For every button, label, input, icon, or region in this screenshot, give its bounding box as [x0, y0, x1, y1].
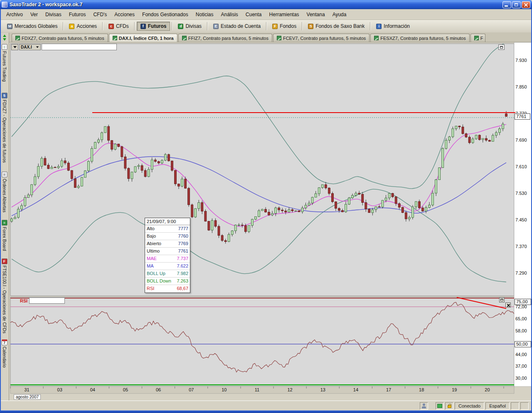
- minimize-button[interactable]: [502, 1, 511, 8]
- tooltip-row: BOLL Down7.263: [145, 278, 190, 285]
- app-icon: [2, 2, 7, 7]
- security-panel[interactable]: [445, 402, 453, 410]
- rsi-axis-label: 44,00: [515, 352, 527, 357]
- toolbar-button-futuros[interactable]: fFuturos: [137, 22, 170, 31]
- x-axis-label: 31: [24, 387, 29, 392]
- tooltip-row-label: MA: [147, 263, 154, 269]
- sidebar-item-forex-board[interactable]: ≡Forex Board: [2, 220, 7, 251]
- x-axis-label: 20: [485, 387, 490, 392]
- chevron-down-icon: [36, 47, 39, 48]
- menu-item-cfd-s[interactable]: CFD's: [89, 10, 111, 19]
- price-axis-label: 7.370: [515, 244, 527, 249]
- chart-dropdown-button[interactable]: [11, 44, 18, 50]
- menu-item-fondos-gestionados[interactable]: Fondos Gestionados: [138, 10, 192, 19]
- chart-tab-icon: [15, 36, 20, 40]
- x-axis-label: 04: [90, 387, 95, 392]
- restore-button[interactable]: [512, 1, 521, 8]
- toolbar-button-cfds[interactable]: cCFDs: [105, 22, 133, 31]
- sidebar-item-label: Futures Trading: [2, 51, 7, 82]
- rsi-axis-label: 75,00: [515, 299, 531, 305]
- toolbar-button-mercados-globales[interactable]: MMercados Globales: [3, 22, 61, 31]
- chart-tab-icon: [182, 36, 187, 40]
- statusbar-extra-panel-1: [511, 402, 519, 410]
- tooltip-row-label: Alto: [147, 226, 155, 231]
- cfds-icon: c: [108, 24, 114, 29]
- menu-item-noticias[interactable]: Noticias: [192, 10, 217, 19]
- sidebar-item-fdxz7-operaciones-de-futuros[interactable]: 5FDXZ7 - Operaciones de futuros: [2, 93, 7, 163]
- menu-item-analisis[interactable]: Análisis: [217, 10, 241, 19]
- tooltip-row: MAE7.737: [145, 255, 190, 263]
- price-axis-label: 7.930: [515, 58, 527, 63]
- sidebar-scroll-arrows[interactable]: [3, 34, 6, 41]
- menu-item-archivo[interactable]: Archivo: [2, 10, 27, 19]
- tab-fcev7-contrato-para-futuros-5-minutos[interactable]: FCEV7, Contrato para futuros, 5 minutos: [273, 34, 369, 42]
- tooltip-row: Ultimo7761: [145, 248, 190, 255]
- price-axis-label: 7.290: [515, 270, 527, 275]
- tooltip-row-value: 7.263: [177, 278, 188, 284]
- menu-item-ventana[interactable]: Ventana: [303, 10, 329, 19]
- tooltip-row-label: MAE: [147, 256, 157, 261]
- price-axis-label: 7.850: [515, 84, 527, 89]
- user-status-panel[interactable]: [420, 402, 428, 410]
- menu-item-futuros[interactable]: Futuros: [65, 10, 90, 19]
- tab-dax-i-indice-cfd-1-hora[interactable]: DAX.I, Índice CFD, 1 hora: [109, 34, 177, 42]
- tab-label: DAX.I, Índice CFD, 1 hora: [119, 36, 174, 41]
- statusbar-extra-panel-2: [520, 402, 529, 410]
- network-status-panel[interactable]: [436, 402, 444, 410]
- toolbar-separator: [302, 22, 303, 30]
- rsi-input-field[interactable]: [29, 297, 65, 304]
- chart-canvas[interactable]: [9, 42, 532, 401]
- tooltip-row-value: 7760: [178, 234, 188, 239]
- futures-trading-icon: ↕: [2, 44, 7, 50]
- tab-fesxz7-contrato-para-futuros-5-minutos[interactable]: FESXZ7, Contrato para futuros, 5 minutos: [370, 34, 469, 42]
- tab-fdxz7-contrato-para-futuros-5-minutos[interactable]: FDXZ7, Contrato para futuros, 5 minutos: [12, 34, 108, 42]
- language-selector[interactable]: Español: [485, 402, 510, 410]
- menu-item-cuenta[interactable]: Cuenta: [242, 10, 266, 19]
- sidebar-item-futures-trading[interactable]: ↕Futures Trading: [2, 44, 7, 82]
- rsi-restore-button[interactable]: [499, 297, 505, 302]
- x-axis-band: 310304050607101112131417181920: [10, 386, 514, 393]
- toolbar-button-fondos[interactable]: FFondos: [268, 22, 300, 31]
- chart-region: DAX.I 310304050607101112131417181920 ago…: [9, 42, 532, 401]
- sidebar-item-ftse100-i-operaciones-de-cfds[interactable]: FFTSE100.I - Operaciones de CFDs: [2, 258, 7, 333]
- tooltip-row-label: Ultimo: [147, 248, 160, 254]
- funds-icon: F: [272, 24, 278, 29]
- tooltip-row-label: Bajo: [147, 234, 156, 239]
- menu-item-ver[interactable]: Ver: [27, 10, 42, 19]
- toolbar-button-estado-de-cuenta[interactable]: EEstado de Cuenta: [209, 22, 264, 31]
- menu-item-ayuda[interactable]: Ayuda: [329, 10, 350, 19]
- connection-status: Conectado: [455, 402, 484, 410]
- toolbar-button-informacion[interactable]: iInformación: [372, 22, 414, 31]
- tab-strip: FDXZ7, Contrato para futuros, 5 minutosD…: [1, 32, 531, 42]
- symbol-combo-label: DAX.I: [21, 45, 32, 49]
- titlebar[interactable]: SaxoTrader 2 - workspace.ok.7: [0, 0, 532, 9]
- taskbar-edge: [0, 411, 532, 413]
- toolbar-button-acciones[interactable]: aAcciones: [65, 22, 101, 31]
- rsi-axis-label: 65,00: [515, 316, 527, 321]
- tab-ffiz7-contrato-para-futuros-5-minutos[interactable]: FFIZ7, Contrato para futuros, 5 minutos: [178, 34, 272, 42]
- toolbar-separator: [63, 22, 64, 30]
- sidebar-item-calendario[interactable]: 7Calendario: [2, 339, 7, 368]
- toolbar-separator: [102, 22, 103, 30]
- saxotrader-window: SaxoTrader 2 - workspace.ok.7 ArchivoVer…: [0, 0, 532, 413]
- sidebar-item-label: Órdenes Abiertas: [2, 179, 7, 212]
- toolbar-button-label: Estado de Cuenta: [221, 23, 261, 29]
- x-axis-label: 13: [320, 387, 325, 392]
- instrument-search-input[interactable]: [42, 44, 117, 50]
- menu-item-herramientas[interactable]: Herramientas: [266, 10, 303, 19]
- tab-label: FDXZ7, Contrato para futuros, 5 minutos: [22, 36, 104, 41]
- menu-item-acciones[interactable]: Acciones: [111, 10, 138, 19]
- scroll-up-icon: [3, 34, 6, 37]
- tab-f[interactable]: F: [470, 34, 485, 42]
- rsi-close-button[interactable]: [505, 302, 511, 307]
- chart-tab-icon: [113, 36, 117, 40]
- chart-maximize-button[interactable]: [498, 44, 505, 50]
- toolbar-button-divisas[interactable]: dDivisas: [174, 22, 205, 31]
- sidebar-item-ordenes-abiertas[interactable]: ≡Órdenes Abiertas: [2, 172, 7, 212]
- close-button[interactable]: [522, 1, 530, 8]
- x-axis-label: 19: [452, 387, 457, 392]
- tooltip-header: 21/09/07, 9:00: [145, 218, 190, 225]
- symbol-combo[interactable]: DAX.I: [19, 44, 41, 50]
- menu-item-divisas[interactable]: Divisas: [42, 10, 65, 19]
- toolbar-button-fondos-de-saxo-bank[interactable]: SFondos de Saxo Bank: [304, 22, 368, 31]
